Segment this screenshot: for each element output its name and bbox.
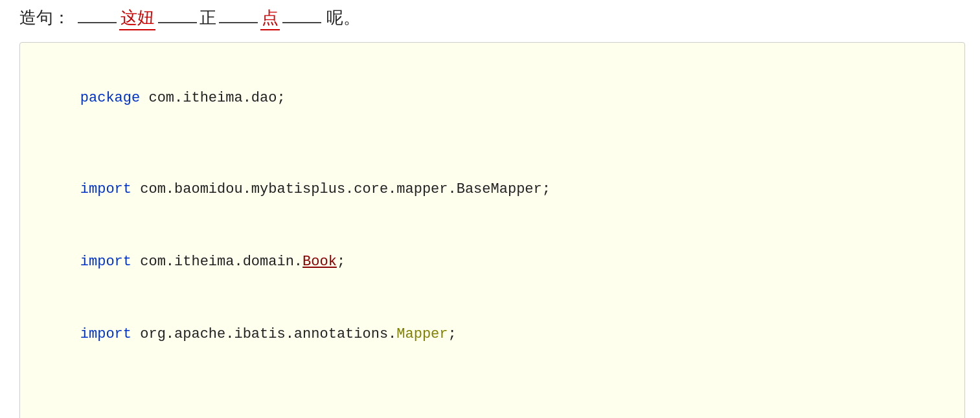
code-line-annotation: @Mapper: [46, 389, 939, 418]
sentence-label: 造句：: [19, 6, 70, 29]
text-zheng: 正: [199, 6, 216, 29]
sentence-area: 造句： 这妞 正 点 呢。: [13, 6, 967, 30]
empty-line-2: [46, 371, 939, 389]
import3-end: ;: [448, 326, 457, 342]
import2-end: ;: [337, 254, 345, 270]
import2-book-link: Book: [302, 254, 337, 270]
sentence-end: 呢。: [326, 6, 360, 29]
code-block: package com.itheima.dao; import com.baom…: [19, 42, 965, 418]
code-line-import3: import org.apache.ibatis.annotations.Map…: [46, 298, 939, 371]
text-zheniu: 这妞: [119, 6, 155, 30]
blank-2: [158, 22, 197, 23]
import3-mid: org.apache.ibatis.annotations.: [131, 326, 396, 342]
kw-import3: import: [80, 326, 131, 342]
kw-package: package: [80, 90, 140, 106]
kw-import1: import: [80, 181, 131, 197]
blank-4: [282, 22, 321, 23]
code-line-1: package com.itheima.dao;: [46, 62, 939, 135]
blank-3: [219, 22, 258, 23]
code-package-val: com.itheima.dao;: [140, 90, 285, 106]
import3-mapper-link: Mapper: [396, 326, 448, 342]
code-line-import1: import com.baomidou.mybatisplus.core.map…: [46, 153, 939, 225]
import1-val: com.baomidou.mybatisplus.core.mapper.Bas…: [131, 181, 551, 197]
code-line-import2: import com.itheima.domain.Book;: [46, 225, 939, 298]
text-dian: 点: [260, 6, 280, 30]
import2-mid: com.itheima.domain.: [131, 254, 302, 270]
kw-import2: import: [80, 254, 131, 270]
empty-line-1: [46, 135, 939, 153]
blank-1: [78, 22, 117, 23]
